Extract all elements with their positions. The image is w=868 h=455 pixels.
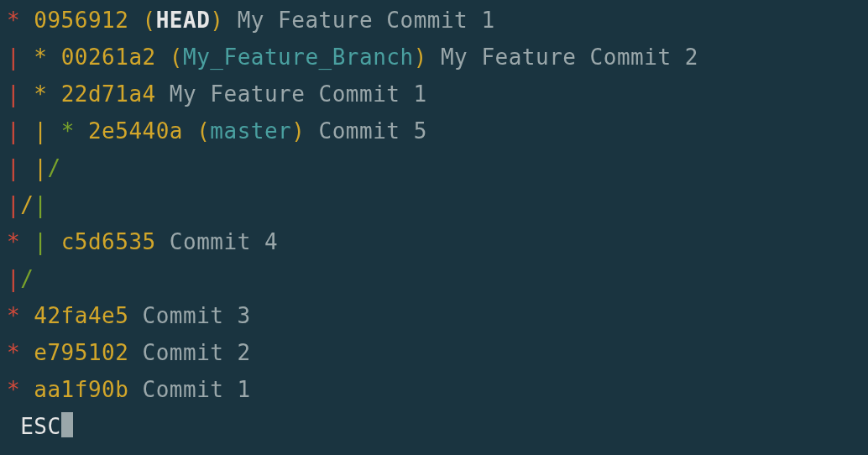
graph-char [20,44,34,70]
graph-char: | [7,81,20,107]
graph-char: * [61,118,75,144]
graph-char [20,155,34,180]
graph-char: | [7,266,20,291]
commit-message: Commit 5 [319,118,427,144]
log-line: * 42fa4e5 Commit 3 [7,297,868,334]
graph-char [20,229,34,254]
graph-char: * [34,44,47,70]
graph-char: * [7,377,20,402]
graph-char [47,118,60,144]
commit-hash: 00261a2 [61,44,156,70]
commit-message: My Feature Commit 1 [238,8,495,33]
cursor [61,412,73,437]
ref-open-paren: ( [143,8,156,33]
graph-char: / [20,266,34,291]
esc-label: ESC [20,414,60,439]
commit-message: Commit 2 [143,340,251,365]
graph-char: / [20,192,34,217]
log-line: * aa1f90b Commit 1 [7,371,868,408]
log-line: | |/ [7,149,868,186]
commit-message: Commit 3 [143,303,251,328]
log-line: * 0956912 (HEAD) My Feature Commit 1 [7,2,868,39]
graph-char: * [7,229,20,254]
ref-open-paren: ( [170,44,183,70]
graph-char: | [34,155,47,180]
commit-hash: e795102 [34,340,128,365]
ref-name: HEAD [156,8,211,33]
git-log-output: * 0956912 (HEAD) My Feature Commit 1| * … [0,0,868,445]
ref-close-paren: ) [210,8,223,33]
graph-char: | [7,192,20,217]
graph-char: | [7,44,20,70]
log-line: |/ [7,260,868,297]
graph-char [20,81,34,107]
ref-name: master [210,118,291,144]
log-line: * e795102 Commit 2 [7,334,868,371]
commit-message: Commit 4 [170,229,278,254]
ref-close-paren: ) [291,118,305,144]
log-line: |/| [7,186,868,223]
graph-char: * [34,81,47,107]
log-line: | | * 2e5440a (master) Commit 5 [7,112,868,149]
graph-char: * [7,303,20,328]
graph-char: | [34,118,47,144]
graph-char: * [7,8,20,33]
ref-close-paren: ) [414,44,427,70]
commit-message: Commit 1 [143,377,251,402]
graph-char: | [7,155,20,180]
graph-char: | [34,192,47,217]
log-line: | * 00261a2 (My_Feature_Branch) My Featu… [7,39,868,76]
commit-hash: 42fa4e5 [34,303,128,328]
commit-hash: 22d71a4 [61,81,156,107]
commit-hash: 2e5440a [88,118,183,144]
pager-prompt[interactable]: ESC [7,408,868,445]
commit-hash: c5d6535 [61,229,156,254]
graph-char: | [7,118,20,144]
graph-char [20,118,34,144]
log-line: * | c5d6535 Commit 4 [7,223,868,260]
graph-char: / [47,155,60,180]
ref-open-paren: ( [196,118,210,144]
graph-char: * [7,340,20,365]
log-line: | * 22d71a4 My Feature Commit 1 [7,76,868,112]
graph-char: | [34,229,47,254]
commit-message: My Feature Commit 1 [170,81,427,107]
ref-name: My_Feature_Branch [183,44,414,70]
commit-hash: aa1f90b [34,377,128,402]
commit-message: My Feature Commit 2 [441,44,698,70]
commit-hash: 0956912 [34,8,128,33]
